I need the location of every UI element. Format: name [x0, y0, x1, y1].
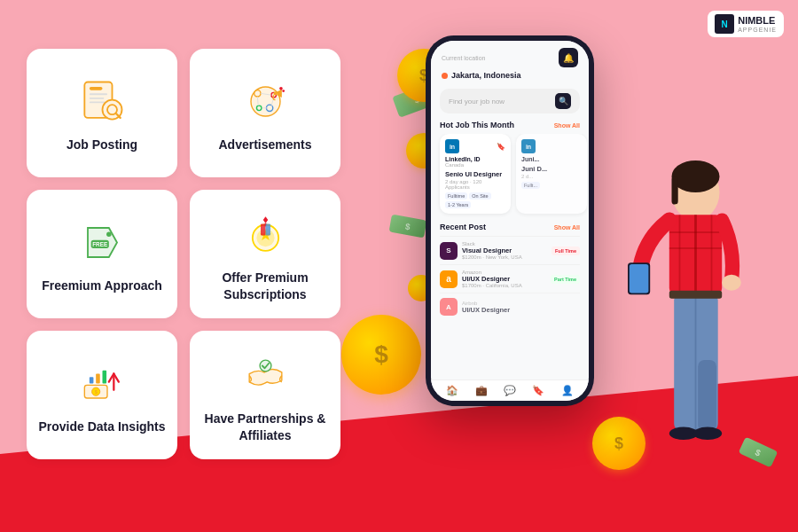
recent-item-slack[interactable]: S Slack Visual Designer $1200m · New Yor… [440, 236, 580, 264]
svg-rect-4 [89, 101, 105, 103]
job-card-linkedin[interactable]: in 🔖 LinkedIn, ID Canada Senio UI Design… [440, 134, 511, 214]
card-freemium[interactable]: FREE Freemium Approach [27, 190, 177, 318]
slack-info: Slack Visual Designer $1200m · New York,… [462, 241, 547, 260]
nav-home[interactable]: 🏠 [446, 385, 458, 396]
job-card-second[interactable]: in Juni... Juni D... 2 d... Fullt... [516, 134, 587, 214]
location-text: Jakarta, Indonesia [451, 71, 521, 80]
card-premium[interactable]: Offer Premium Subscriptions [190, 190, 340, 318]
card-partnerships[interactable]: Have Partnerships & Affiliates [190, 331, 340, 459]
job-title-2: Juni D... [521, 165, 582, 173]
card-partnerships-label: Have Partnerships & Affiliates [199, 411, 332, 442]
search-button[interactable]: 🔍 [555, 93, 571, 109]
job-card-header: in 🔖 [445, 139, 505, 153]
phone-outer: Current location 🔔 Jakarta, Indonesia Fi… [426, 35, 594, 406]
search-placeholder: Find your job now [449, 98, 505, 106]
cards-panel: Job Posting Advertisements [27, 49, 399, 459]
amazon-salary: $1700m · California, USA [462, 283, 546, 288]
amazon-logo: a [440, 270, 458, 288]
amazon-info: Amazon UI/UX Designer $1700m · Californi… [462, 270, 546, 288]
phone-inner: Current location 🔔 Jakarta, Indonesia Fi… [431, 41, 589, 401]
svg-rect-28 [265, 223, 270, 235]
recent-item-airbnb[interactable]: A Airbnb UI/UX Designer [440, 293, 580, 320]
hot-jobs-header: Hot Job This Month Show All [431, 121, 589, 134]
tag-row-2: Fullt... [521, 182, 582, 189]
card-job-posting-label: Job Posting [66, 137, 137, 153]
logo: N NIMBLE APPGENIE [708, 11, 784, 37]
tag-2: Fullt... [521, 182, 540, 189]
slack-salary: $1200m · New York, USA [462, 254, 547, 260]
job-posting-icon [75, 74, 129, 128]
svg-rect-27 [261, 223, 266, 235]
phone-mockup: Current location 🔔 Jakarta, Indonesia Fi… [426, 35, 594, 408]
nav-profile[interactable]: 👤 [561, 385, 574, 396]
advertisements-icon [239, 74, 292, 128]
logo-text: NIMBLE APPGENIE [738, 15, 777, 32]
svg-rect-3 [89, 98, 104, 99]
svg-point-48 [722, 275, 741, 291]
airbnb-job: UI/UX Designer [462, 306, 580, 314]
svg-text:$: $ [94, 389, 97, 395]
svg-point-20 [106, 231, 112, 237]
bookmark-icon[interactable]: 🔖 [497, 143, 505, 151]
tag-onsite: On Site [469, 192, 490, 200]
svg-point-55 [693, 427, 722, 440]
airbnb-info: Airbnb UI/UX Designer [462, 301, 580, 314]
svg-rect-40 [672, 176, 678, 205]
tag-fulltime: Fulltime [445, 192, 467, 200]
logo-sub: APPGENIE [738, 27, 777, 33]
amazon-type: Part Time [551, 275, 580, 284]
logo-name: NIMBLE [738, 15, 777, 26]
linkedin-logo-2: in [521, 139, 536, 153]
svg-rect-17 [273, 91, 277, 95]
recent-item-amazon[interactable]: a Amazon UI/UX Designer $1700m · Califor… [440, 264, 580, 293]
svg-rect-1 [89, 87, 102, 90]
slack-type: Full Time [552, 246, 580, 255]
person-illustration [612, 133, 771, 532]
svg-rect-34 [96, 373, 100, 383]
svg-rect-33 [89, 377, 93, 383]
location-dot [442, 73, 448, 79]
job-card-header-2: in [521, 139, 582, 153]
card-advertisements[interactable]: Advertisements [190, 49, 340, 177]
location-row: Jakarta, Indonesia [431, 71, 589, 85]
svg-point-18 [279, 87, 283, 90]
svg-rect-35 [102, 371, 106, 384]
svg-rect-2 [89, 93, 106, 95]
card-data-insights[interactable]: $ Provide Data Insights [27, 331, 177, 459]
svg-point-39 [672, 160, 720, 192]
svg-text:FREE: FREE [92, 241, 108, 247]
card-job-posting[interactable]: Job Posting [27, 49, 177, 177]
job-meta-2: 2 d... [521, 174, 582, 179]
recent-posts-header: Recent Post Show All [431, 221, 589, 236]
nav-jobs[interactable]: 💼 [475, 385, 488, 396]
phone-status-bar: Current location 🔔 [431, 41, 589, 71]
job-meta: 2 day ago · 120 Applicants [445, 179, 505, 190]
data-insights-icon: $ [75, 356, 129, 410]
card-freemium-label: Freemium Approach [42, 278, 162, 293]
card-data-insights-label: Provide Data Insights [38, 419, 165, 434]
recent-posts-title: Recent Post [440, 223, 486, 231]
nav-saved[interactable]: 🔖 [532, 385, 544, 396]
card-advertisements-label: Advertisements [218, 137, 311, 153]
hot-jobs-show-all[interactable]: Show All [554, 122, 580, 129]
svg-point-19 [282, 90, 285, 92]
freemium-icon: FREE [75, 215, 129, 269]
notification-button[interactable]: 🔔 [559, 48, 578, 67]
tag-row: Fulltime On Site 1-2 Years [445, 192, 505, 208]
slack-logo: S [440, 242, 458, 260]
svg-rect-52 [676, 360, 694, 432]
logo-icon: N [715, 14, 734, 34]
search-bar[interactable]: Find your job now 🔍 [440, 89, 580, 113]
card-premium-label: Offer Premium Subscriptions [199, 270, 332, 301]
recent-show-all[interactable]: Show All [554, 224, 580, 231]
recent-posts-list: S Slack Visual Designer $1200m · New Yor… [431, 236, 589, 320]
nav-chat[interactable]: 💬 [504, 385, 516, 396]
phone-nav: 🏠 💼 💬 🔖 👤 [431, 379, 589, 401]
tag-experience: 1-2 Years [445, 201, 471, 208]
partnerships-icon [239, 348, 292, 402]
svg-rect-51 [669, 291, 722, 299]
airbnb-logo: A [440, 298, 458, 316]
slack-job: Visual Designer [462, 246, 547, 254]
svg-rect-57 [630, 264, 649, 293]
current-location-label: Current location [442, 55, 485, 61]
